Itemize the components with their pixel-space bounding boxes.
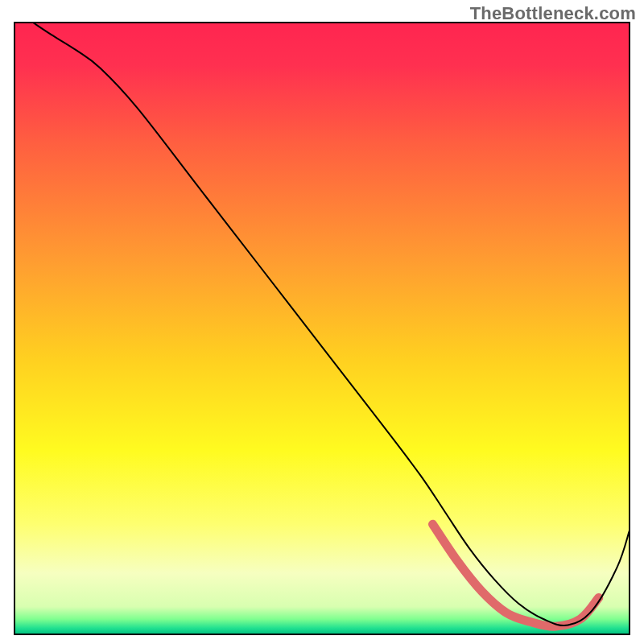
plot-background bbox=[14, 23, 630, 634]
watermark-text: TheBottleneck.com bbox=[470, 3, 636, 24]
bottleneck-chart bbox=[0, 0, 644, 644]
chart-container: TheBottleneck.com bbox=[0, 0, 644, 644]
